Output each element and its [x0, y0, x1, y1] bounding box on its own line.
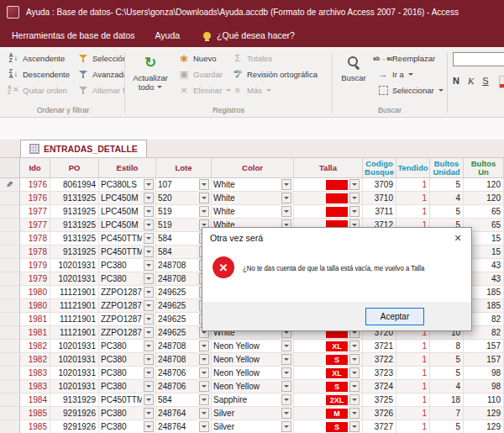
cell-color[interactable]: Neon Yellow	[212, 353, 294, 366]
cell-ido[interactable]: 1984	[20, 393, 50, 406]
cell-estilo[interactable]: ZZPO1287	[99, 313, 156, 325]
font-color-icon[interactable]	[499, 76, 504, 88]
row-selector[interactable]	[0, 259, 20, 272]
cell-bultos[interactable]: 5	[430, 205, 464, 218]
underline-button[interactable]: S	[482, 76, 488, 86]
cell-ido[interactable]: 1981	[20, 326, 50, 339]
cell-talla[interactable]: S	[294, 420, 363, 433]
cell-estilo[interactable]: PC450TTM	[99, 393, 156, 406]
row-selector[interactable]	[0, 219, 20, 231]
aceptar-button[interactable]: Aceptar	[365, 308, 424, 325]
talla-dropdown[interactable]	[349, 381, 360, 392]
cell-talla[interactable]	[294, 192, 363, 204]
cell-codigo[interactable]: 3721	[363, 340, 396, 352]
estilo-dropdown[interactable]	[144, 246, 154, 257]
cell-bultos[interactable]: 18	[430, 393, 464, 406]
cell-estilo[interactable]: PC380	[99, 420, 156, 433]
column-header-estilo[interactable]: Estilo	[99, 158, 156, 177]
cell-lote[interactable]: 248708	[156, 353, 212, 366]
cell-po[interactable]: 9131925	[50, 232, 99, 245]
talla-dropdown[interactable]	[349, 179, 360, 190]
ir-a-button[interactable]: → Ir a	[374, 66, 446, 82]
column-header-tendido[interactable]: Tendido	[396, 158, 430, 177]
cell-unidad[interactable]: 98	[464, 380, 504, 393]
column-header-codigo[interactable]: CodigoBusque	[363, 158, 396, 177]
cell-po[interactable]: 9131925	[50, 192, 99, 204]
cell-tendido[interactable]: 1	[396, 420, 430, 433]
lote-dropdown[interactable]	[199, 367, 209, 378]
cell-color[interactable]: Silver	[212, 420, 294, 433]
cell-estilo[interactable]: PC380	[99, 353, 156, 366]
cell-ido[interactable]: 1979	[20, 272, 50, 285]
color-dropdown[interactable]	[281, 179, 291, 190]
color-dropdown[interactable]	[281, 341, 291, 351]
row-selector[interactable]	[0, 299, 20, 312]
talla-dropdown[interactable]	[349, 394, 360, 405]
quitar-orden-button[interactable]: AZ ✕ Quitar orden	[4, 82, 72, 98]
cell-unidad[interactable]: 129	[464, 407, 504, 420]
estilo-dropdown[interactable]	[144, 421, 154, 432]
cell-bultos[interactable]: 4	[430, 192, 464, 204]
lote-dropdown[interactable]	[199, 421, 209, 432]
cell-po[interactable]: 11121901	[50, 313, 99, 325]
bold-button[interactable]: N	[453, 76, 459, 86]
cell-talla[interactable]: S	[294, 353, 363, 366]
cell-po[interactable]: 10201931	[50, 340, 99, 352]
estilo-dropdown[interactable]	[144, 179, 154, 190]
ascendente-button[interactable]: AZ ↓ Ascendente	[4, 50, 72, 66]
cell-color[interactable]: Neon Yellow	[212, 340, 294, 352]
cell-estilo[interactable]: LPC450M	[99, 219, 156, 231]
cell-ido[interactable]: 1977	[20, 219, 50, 231]
cell-po[interactable]: 10201931	[50, 353, 99, 366]
estilo-dropdown[interactable]	[144, 300, 154, 311]
cell-bultos[interactable]: 5	[430, 367, 464, 379]
row-selector[interactable]	[0, 380, 20, 393]
cell-po[interactable]: 9131929	[50, 393, 99, 406]
color-dropdown[interactable]	[281, 408, 291, 419]
lote-dropdown[interactable]	[199, 179, 209, 190]
column-header-bultos[interactable]: BultosUnidad	[430, 158, 464, 177]
cell-po[interactable]: 8061994	[50, 178, 99, 191]
talla-dropdown[interactable]	[349, 367, 360, 378]
cell-estilo[interactable]: LPC450M	[99, 205, 156, 218]
cell-estilo[interactable]: LPC450M	[99, 192, 156, 204]
estilo-dropdown[interactable]	[144, 273, 154, 284]
estilo-dropdown[interactable]	[144, 233, 154, 244]
column-header-po[interactable]: PO	[50, 158, 99, 177]
tell-me-box[interactable]: ¿Qué desea hacer?	[203, 30, 295, 40]
font-name-input[interactable]	[453, 52, 504, 66]
cell-color[interactable]: Sapphire	[212, 393, 294, 406]
cell-unidad[interactable]: 110	[464, 393, 504, 406]
cell-lote[interactable]: 519	[156, 205, 212, 218]
seleccion-button[interactable]: Selección	[74, 50, 124, 66]
lote-dropdown[interactable]	[199, 354, 209, 365]
cell-bultos[interactable]: 5	[430, 420, 464, 433]
seleccionar-button[interactable]: Seleccionar	[374, 82, 446, 98]
alternar-filtro-button[interactable]: Alternar filtro	[74, 82, 124, 98]
cell-ido[interactable]: 1978	[20, 246, 50, 258]
row-selector[interactable]	[0, 407, 20, 420]
column-header-lote[interactable]: Lote	[156, 158, 212, 177]
cell-talla[interactable]: M	[294, 407, 363, 420]
talla-dropdown[interactable]	[349, 341, 360, 351]
estilo-dropdown[interactable]	[144, 287, 154, 298]
close-icon[interactable]: ✕	[444, 228, 471, 248]
cell-ido[interactable]: 1983	[20, 367, 50, 379]
cell-tendido[interactable]: 1	[396, 192, 430, 204]
cell-bultos[interactable]: 4	[430, 380, 464, 393]
column-header-unidad[interactable]: BultosUn	[464, 158, 504, 177]
cell-ido[interactable]: 1985	[20, 407, 50, 420]
cell-estilo[interactable]: PC380	[99, 380, 156, 393]
cell-talla[interactable]	[294, 178, 363, 191]
cell-ido[interactable]: 1982	[20, 353, 50, 366]
cell-talla[interactable]: XL	[294, 340, 363, 352]
cell-po[interactable]: 9291926	[50, 407, 99, 420]
italic-button[interactable]: K	[468, 76, 474, 86]
color-dropdown[interactable]	[281, 367, 291, 378]
row-selector[interactable]	[0, 192, 20, 204]
estilo-dropdown[interactable]	[144, 408, 154, 419]
talla-dropdown[interactable]	[349, 193, 360, 203]
estilo-dropdown[interactable]	[144, 354, 154, 365]
cell-po[interactable]: 10201931	[50, 367, 99, 379]
descendente-button[interactable]: ZA ↓ Descendente	[4, 66, 72, 82]
